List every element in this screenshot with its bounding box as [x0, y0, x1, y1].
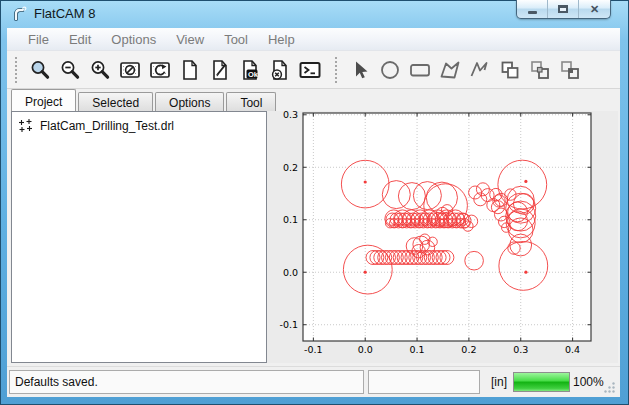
draw-path-button[interactable] [468, 58, 492, 82]
menu-view[interactable]: View [166, 30, 214, 49]
run-script-ok-icon: Ok [238, 58, 262, 82]
client-area: File Edit Options View Tool Help [7, 28, 620, 397]
zoom-fit-button[interactable] [28, 58, 52, 82]
status-field-2 [368, 370, 480, 394]
tab-project[interactable]: Project [11, 89, 76, 111]
maximize-button[interactable] [548, 0, 579, 18]
svg-text:0.3: 0.3 [283, 111, 298, 120]
menu-edit[interactable]: Edit [59, 30, 101, 49]
new-project-icon [178, 58, 202, 82]
maximize-icon [558, 5, 568, 13]
select-arrow-icon [348, 58, 372, 82]
subtract-icon [558, 58, 582, 82]
svg-text:0.2: 0.2 [283, 162, 298, 173]
svg-text:0.2: 0.2 [461, 344, 476, 355]
flatcam-window: FlatCAM 8 ✕ File Edit Options View Tool … [0, 0, 629, 405]
svg-text:0.1: 0.1 [283, 214, 298, 225]
menu-tool[interactable]: Tool [214, 30, 258, 49]
menu-options[interactable]: Options [101, 30, 166, 49]
intersection-icon [528, 58, 552, 82]
flatcam-logo-icon [11, 5, 29, 23]
edit-script-button[interactable] [208, 58, 232, 82]
toolbar-drag-handle[interactable] [15, 57, 19, 83]
svg-text:-0.1: -0.1 [279, 319, 298, 330]
draw-polygon-button[interactable] [438, 58, 462, 82]
window-title: FlatCAM 8 [34, 6, 95, 21]
svg-text:0.1: 0.1 [410, 344, 425, 355]
plot-canvas[interactable]: -0.10.00.10.20.30.4-0.10.00.10.20.3 [267, 111, 618, 363]
toolbar-drag-handle-2[interactable] [335, 57, 339, 83]
svg-text:0.3: 0.3 [513, 344, 528, 355]
drill-marks-icon [18, 118, 33, 133]
shell-button[interactable] [298, 58, 322, 82]
subtract-button[interactable] [558, 58, 582, 82]
status-message: Defaults saved. [9, 370, 364, 394]
close-button[interactable]: ✕ [579, 0, 610, 18]
new-project-button[interactable] [178, 58, 202, 82]
progress-bar-fill [514, 373, 569, 391]
project-tree[interactable]: FlatCam_Drilling_Test.drl [11, 111, 267, 363]
cancel-script-button[interactable] [268, 58, 292, 82]
progress-percent: 100% [573, 370, 604, 394]
draw-path-icon [468, 58, 492, 82]
zoom-fit-icon [28, 58, 52, 82]
cancel-script-icon [268, 58, 292, 82]
select-arrow-button[interactable] [348, 58, 372, 82]
toolbar: Ok [7, 51, 620, 89]
replot-button[interactable] [148, 58, 172, 82]
zoom-in-button[interactable] [88, 58, 112, 82]
status-bar: Defaults saved. [in] 100% [7, 366, 620, 397]
drill-plot: -0.10.00.10.20.30.4-0.10.00.10.20.3 [267, 111, 618, 364]
resize-grip[interactable] [603, 381, 616, 394]
union-icon [498, 58, 522, 82]
tree-item-drill-file[interactable]: FlatCam_Drilling_Test.drl [12, 112, 266, 135]
draw-polygon-icon [438, 58, 462, 82]
replot-icon [148, 58, 172, 82]
zoom-in-icon [88, 58, 112, 82]
tab-tool[interactable]: Tool [226, 92, 276, 111]
svg-text:0.0: 0.0 [283, 267, 298, 278]
run-script-ok-button[interactable]: Ok [238, 58, 262, 82]
tab-options[interactable]: Options [155, 92, 224, 111]
clear-plot-icon [118, 58, 142, 82]
edit-script-icon [208, 58, 232, 82]
tab-selected[interactable]: Selected [78, 92, 153, 111]
svg-text:0.4: 0.4 [565, 344, 580, 355]
zoom-out-icon [58, 58, 82, 82]
union-button[interactable] [498, 58, 522, 82]
progress-bar [513, 372, 570, 392]
draw-rectangle-button[interactable] [408, 58, 432, 82]
menu-help[interactable]: Help [258, 30, 305, 49]
svg-text:Ok: Ok [248, 69, 259, 78]
minimize-button[interactable] [517, 0, 548, 18]
caption-buttons: ✕ [516, 0, 611, 19]
draw-rectangle-icon [408, 58, 432, 82]
intersection-button[interactable] [528, 58, 552, 82]
main-content: FlatCam_Drilling_Test.drl -0.10.00.10.20… [7, 111, 620, 366]
svg-text:0.0: 0.0 [358, 344, 373, 355]
menu-bar: File Edit Options View Tool Help [7, 28, 620, 51]
draw-circle-icon [378, 58, 402, 82]
shell-icon [298, 58, 322, 82]
clear-plot-button[interactable] [118, 58, 142, 82]
title-bar[interactable]: FlatCAM 8 ✕ [0, 0, 629, 28]
tree-item-label: FlatCam_Drilling_Test.drl [40, 119, 174, 133]
close-icon: ✕ [590, 3, 599, 16]
tab-bar: Project Selected Options Tool [7, 89, 620, 111]
draw-circle-button[interactable] [378, 58, 402, 82]
minimize-icon [528, 11, 537, 14]
menu-file[interactable]: File [18, 30, 59, 49]
units-indicator: [in] [485, 370, 513, 394]
zoom-out-button[interactable] [58, 58, 82, 82]
svg-text:-0.1: -0.1 [304, 344, 323, 355]
